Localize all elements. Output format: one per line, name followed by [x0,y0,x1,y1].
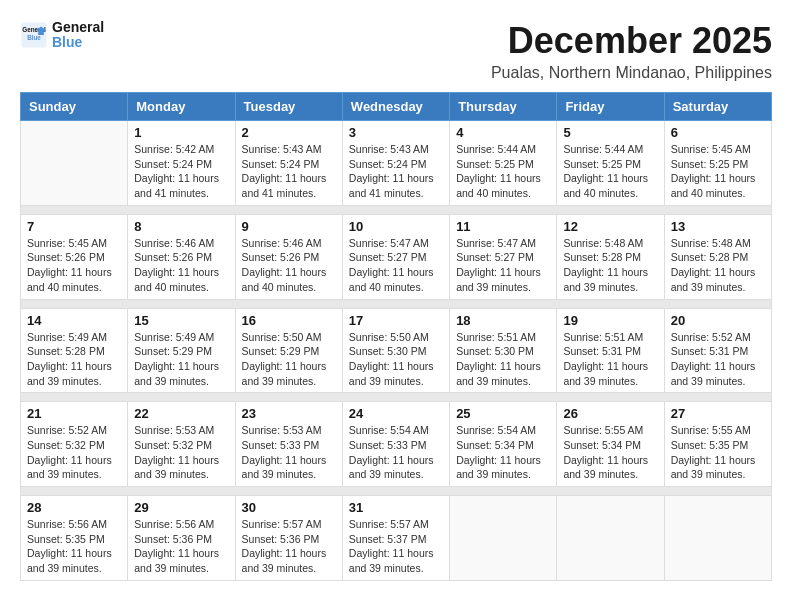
location-title: Pualas, Northern Mindanao, Philippines [491,64,772,82]
day-number: 21 [27,406,121,421]
day-info: Sunrise: 5:44 AMSunset: 5:25 PMDaylight:… [456,142,550,201]
day-number: 31 [349,500,443,515]
day-number: 15 [134,313,228,328]
calendar-cell: 19Sunrise: 5:51 AMSunset: 5:31 PMDayligh… [557,308,664,393]
day-info: Sunrise: 5:46 AMSunset: 5:26 PMDaylight:… [242,236,336,295]
day-number: 17 [349,313,443,328]
calendar-cell: 23Sunrise: 5:53 AMSunset: 5:33 PMDayligh… [235,402,342,487]
calendar-cell [557,496,664,581]
calendar-cell: 22Sunrise: 5:53 AMSunset: 5:32 PMDayligh… [128,402,235,487]
weekday-header-tuesday: Tuesday [235,93,342,121]
separator-cell [21,299,772,308]
separator-cell [21,393,772,402]
day-number: 4 [456,125,550,140]
logo-icon: General Blue [20,21,48,49]
calendar-week-row: 1Sunrise: 5:42 AMSunset: 5:24 PMDaylight… [21,121,772,206]
day-number: 3 [349,125,443,140]
day-number: 6 [671,125,765,140]
calendar-cell: 2Sunrise: 5:43 AMSunset: 5:24 PMDaylight… [235,121,342,206]
separator-cell [21,205,772,214]
calendar-table: SundayMondayTuesdayWednesdayThursdayFrid… [20,92,772,581]
calendar-cell: 12Sunrise: 5:48 AMSunset: 5:28 PMDayligh… [557,214,664,299]
logo-text-general: General [52,20,104,35]
week-separator [21,487,772,496]
calendar-cell: 11Sunrise: 5:47 AMSunset: 5:27 PMDayligh… [450,214,557,299]
calendar-cell: 14Sunrise: 5:49 AMSunset: 5:28 PMDayligh… [21,308,128,393]
day-number: 12 [563,219,657,234]
day-info: Sunrise: 5:48 AMSunset: 5:28 PMDaylight:… [671,236,765,295]
separator-cell [21,487,772,496]
calendar-cell [664,496,771,581]
day-number: 10 [349,219,443,234]
day-info: Sunrise: 5:49 AMSunset: 5:29 PMDaylight:… [134,330,228,389]
day-number: 18 [456,313,550,328]
weekday-header-friday: Friday [557,93,664,121]
day-info: Sunrise: 5:52 AMSunset: 5:32 PMDaylight:… [27,423,121,482]
calendar-cell: 9Sunrise: 5:46 AMSunset: 5:26 PMDaylight… [235,214,342,299]
day-number: 25 [456,406,550,421]
page-header: General Blue General Blue December 2025 … [20,20,772,82]
day-info: Sunrise: 5:54 AMSunset: 5:34 PMDaylight:… [456,423,550,482]
day-info: Sunrise: 5:47 AMSunset: 5:27 PMDaylight:… [349,236,443,295]
calendar-cell: 13Sunrise: 5:48 AMSunset: 5:28 PMDayligh… [664,214,771,299]
day-number: 30 [242,500,336,515]
calendar-header-row: SundayMondayTuesdayWednesdayThursdayFrid… [21,93,772,121]
day-number: 22 [134,406,228,421]
day-number: 2 [242,125,336,140]
day-info: Sunrise: 5:53 AMSunset: 5:32 PMDaylight:… [134,423,228,482]
calendar-cell: 20Sunrise: 5:52 AMSunset: 5:31 PMDayligh… [664,308,771,393]
day-info: Sunrise: 5:45 AMSunset: 5:25 PMDaylight:… [671,142,765,201]
day-info: Sunrise: 5:52 AMSunset: 5:31 PMDaylight:… [671,330,765,389]
day-info: Sunrise: 5:50 AMSunset: 5:29 PMDaylight:… [242,330,336,389]
day-number: 9 [242,219,336,234]
day-info: Sunrise: 5:55 AMSunset: 5:34 PMDaylight:… [563,423,657,482]
calendar-cell: 18Sunrise: 5:51 AMSunset: 5:30 PMDayligh… [450,308,557,393]
calendar-cell: 21Sunrise: 5:52 AMSunset: 5:32 PMDayligh… [21,402,128,487]
calendar-cell: 5Sunrise: 5:44 AMSunset: 5:25 PMDaylight… [557,121,664,206]
week-separator [21,393,772,402]
day-info: Sunrise: 5:48 AMSunset: 5:28 PMDaylight:… [563,236,657,295]
weekday-header-thursday: Thursday [450,93,557,121]
day-number: 16 [242,313,336,328]
day-number: 23 [242,406,336,421]
calendar-cell [450,496,557,581]
day-info: Sunrise: 5:46 AMSunset: 5:26 PMDaylight:… [134,236,228,295]
calendar-week-row: 28Sunrise: 5:56 AMSunset: 5:35 PMDayligh… [21,496,772,581]
day-info: Sunrise: 5:57 AMSunset: 5:36 PMDaylight:… [242,517,336,576]
day-number: 20 [671,313,765,328]
day-info: Sunrise: 5:49 AMSunset: 5:28 PMDaylight:… [27,330,121,389]
day-info: Sunrise: 5:47 AMSunset: 5:27 PMDaylight:… [456,236,550,295]
day-number: 26 [563,406,657,421]
calendar-cell: 10Sunrise: 5:47 AMSunset: 5:27 PMDayligh… [342,214,449,299]
day-number: 27 [671,406,765,421]
day-info: Sunrise: 5:54 AMSunset: 5:33 PMDaylight:… [349,423,443,482]
day-info: Sunrise: 5:45 AMSunset: 5:26 PMDaylight:… [27,236,121,295]
calendar-cell: 27Sunrise: 5:55 AMSunset: 5:35 PMDayligh… [664,402,771,487]
day-number: 29 [134,500,228,515]
calendar-cell: 15Sunrise: 5:49 AMSunset: 5:29 PMDayligh… [128,308,235,393]
week-separator [21,205,772,214]
day-info: Sunrise: 5:51 AMSunset: 5:31 PMDaylight:… [563,330,657,389]
day-number: 7 [27,219,121,234]
title-section: December 2025 Pualas, Northern Mindanao,… [491,20,772,82]
day-number: 8 [134,219,228,234]
calendar-cell: 7Sunrise: 5:45 AMSunset: 5:26 PMDaylight… [21,214,128,299]
calendar-cell: 3Sunrise: 5:43 AMSunset: 5:24 PMDaylight… [342,121,449,206]
calendar-cell: 31Sunrise: 5:57 AMSunset: 5:37 PMDayligh… [342,496,449,581]
calendar-cell: 29Sunrise: 5:56 AMSunset: 5:36 PMDayligh… [128,496,235,581]
calendar-cell: 8Sunrise: 5:46 AMSunset: 5:26 PMDaylight… [128,214,235,299]
logo: General Blue General Blue [20,20,104,51]
calendar-cell: 16Sunrise: 5:50 AMSunset: 5:29 PMDayligh… [235,308,342,393]
calendar-cell [21,121,128,206]
calendar-cell: 24Sunrise: 5:54 AMSunset: 5:33 PMDayligh… [342,402,449,487]
day-number: 28 [27,500,121,515]
calendar-week-row: 14Sunrise: 5:49 AMSunset: 5:28 PMDayligh… [21,308,772,393]
logo-text-blue: Blue [52,35,104,50]
day-info: Sunrise: 5:51 AMSunset: 5:30 PMDaylight:… [456,330,550,389]
day-info: Sunrise: 5:55 AMSunset: 5:35 PMDaylight:… [671,423,765,482]
week-separator [21,299,772,308]
day-info: Sunrise: 5:56 AMSunset: 5:36 PMDaylight:… [134,517,228,576]
month-title: December 2025 [491,20,772,62]
calendar-cell: 26Sunrise: 5:55 AMSunset: 5:34 PMDayligh… [557,402,664,487]
day-number: 24 [349,406,443,421]
